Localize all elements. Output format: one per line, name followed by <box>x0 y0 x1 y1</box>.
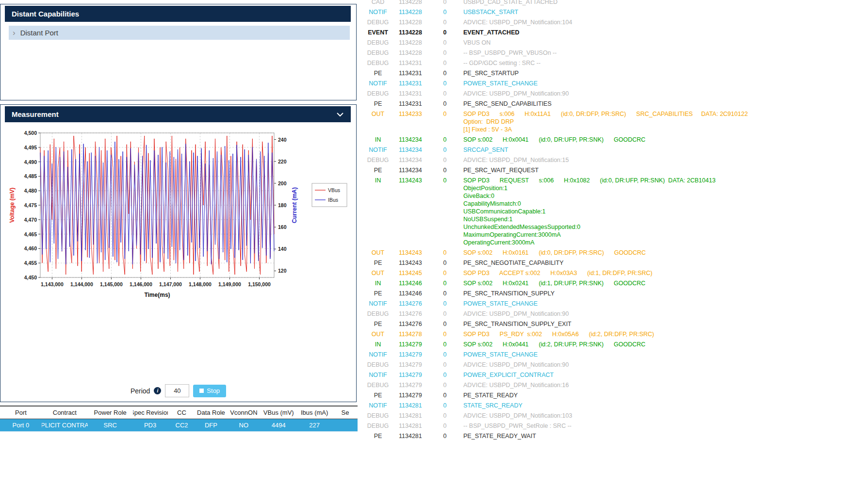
port-table-row[interactable]: Port 0EXPLICIT CONTRACTSRCPD3CC2DFPNO449… <box>0 419 358 432</box>
log-message: SOP PD3 PS_RDY s:002 H:0x05A6 (id:2, DR:… <box>451 330 654 338</box>
log-row[interactable]: NOTIF11342310POWER_STATE_CHANGE <box>363 79 866 89</box>
log-type: IN <box>363 341 393 348</box>
log-row[interactable]: EVENT11342280EVENT_ATTACHED <box>363 28 866 38</box>
log-type: DEBUG <box>363 49 393 57</box>
log-row[interactable]: DEBUG11342810ADVICE: USBPD_DPM_Notificat… <box>363 411 866 421</box>
log-type: DEBUG <box>363 422 393 430</box>
log-row[interactable]: DEBUG11342790ADVICE: USBPD_DPM_Notificat… <box>363 380 866 390</box>
distant-port-row[interactable]: › Distant Port <box>9 26 350 40</box>
log-row[interactable]: DEBUG11342280VBUS ON <box>363 38 866 48</box>
log-timestamp: 1134281 <box>393 402 439 409</box>
log-row[interactable]: DEBUG11342810-- BSP_USBPD_PWR_SetRole : … <box>363 421 866 431</box>
log-type: EVENT <box>363 29 393 36</box>
log-type: IN <box>363 177 393 246</box>
period-input[interactable] <box>165 384 189 397</box>
log-count: 0 <box>439 310 451 318</box>
log-message: -- BSP_USBPD_PWR_VBUSOn -- <box>451 49 556 57</box>
measurement-panel: Measurement 4,4504,4554,4604,4654,4704,4… <box>0 104 357 402</box>
log-row[interactable]: DEBUG11342340ADVICE: USBPD_DPM_Notificat… <box>363 155 866 165</box>
log-timestamp: 1134243 <box>393 177 439 246</box>
port-table-header-cell: CC <box>168 406 196 419</box>
log-message: SOP s:002 H:0x0441 (id:2, DR:UFP, PR:SNK… <box>451 341 645 348</box>
log-timestamp: 1134231 <box>393 100 439 108</box>
log-row[interactable]: DEBUG11342790ADVICE: USBPD_DPM_Notificat… <box>363 360 866 370</box>
svg-text:4,475: 4,475 <box>24 202 37 208</box>
log-type: NOTIF <box>363 80 393 87</box>
log-row[interactable]: NOTIF11342760POWER_STATE_CHANGE <box>363 299 866 309</box>
log-row[interactable]: NOTIF11342280USBSTACK_START <box>363 7 866 17</box>
port-table-header-cell: Power Role <box>88 406 133 419</box>
log-row[interactable]: DEBUG11342280-- BSP_USBPD_PWR_VBUSOn -- <box>363 48 866 58</box>
log-timestamp: 1134245 <box>393 269 439 277</box>
svg-text:4,485: 4,485 <box>24 173 37 179</box>
log-row[interactable]: OUT11342450SOP PD3 ACCEPT s:002 H:0x03A3… <box>363 268 866 278</box>
log-row[interactable]: CAD11342280USBPD_CAD_STATE_ATTACHED <box>363 0 866 7</box>
log-type: NOTIF <box>363 146 393 154</box>
log-timestamp: 1134243 <box>393 259 439 267</box>
log-count: 0 <box>439 371 451 379</box>
log-row[interactable]: PE11342310PE_SRC_SEND_CAPABILITIES <box>363 99 866 109</box>
log-row[interactable]: NOTIF11342340SRCCAP_SENT <box>363 145 866 155</box>
log-row[interactable]: NOTIF11342790POWER_STATE_CHANGE <box>363 350 866 360</box>
voltage-current-chart: 4,4504,4554,4604,4654,4704,4754,4804,485… <box>2 126 349 303</box>
log-count: 0 <box>439 320 451 328</box>
svg-text:220: 220 <box>278 159 287 164</box>
chevron-down-icon[interactable] <box>336 112 344 117</box>
log-message: SOP s:002 H:0x0161 (id:0, DR:DFP, PR:SRC… <box>451 249 646 257</box>
log-count: 0 <box>439 341 451 348</box>
log-message: PE_SRC_STARTUP <box>451 69 519 77</box>
log-type: NOTIF <box>363 300 393 308</box>
log-message: ADVICE: USBPD_DPM_Notification:16 <box>451 381 569 389</box>
log-row[interactable]: PE11342460PE_SRC_TRANSITION_SUPPLY <box>363 289 866 299</box>
svg-text:Current (mA): Current (mA) <box>291 187 298 223</box>
log-row[interactable]: DEBUG11342280ADVICE: USBPD_DPM_Notificat… <box>363 17 866 28</box>
trace-log: CAD11342280USBPD_CAD_STATE_ATTACHEDNOTIF… <box>363 0 866 441</box>
svg-text:IBus: IBus <box>328 197 338 203</box>
svg-text:200: 200 <box>278 180 287 186</box>
log-timestamp: 1134279 <box>393 361 439 369</box>
log-row[interactable]: PE11342430PE_SRC_NEGOTIATE_CAPABILITY <box>363 258 866 268</box>
distant-capabilities-header[interactable]: Distant Capabilities <box>5 6 351 22</box>
port-table-cell: PD3 <box>133 419 168 432</box>
measurement-header[interactable]: Measurement <box>5 106 351 122</box>
log-row[interactable]: OUT11342330SOP PD3 s:006 H:0x11A1 (id:0,… <box>363 109 866 135</box>
log-type: PE <box>363 432 393 440</box>
log-count: 0 <box>439 136 451 144</box>
log-row[interactable]: IN11342460SOP s:002 H:0x0241 (id:1, DR:U… <box>363 278 866 289</box>
svg-text:1,148,000: 1,148,000 <box>189 281 212 287</box>
log-timestamp: 1134279 <box>393 391 439 399</box>
svg-text:4,465: 4,465 <box>24 231 37 237</box>
log-timestamp: 1134231 <box>393 90 439 98</box>
log-count: 0 <box>439 300 451 308</box>
log-count: 0 <box>439 391 451 399</box>
info-icon: i <box>154 387 161 394</box>
log-row[interactable]: DEBUG11342310ADVICE: USBPD_DPM_Notificat… <box>363 89 866 99</box>
log-count: 0 <box>439 156 451 164</box>
log-row[interactable]: PE11342790PE_STATE_READY <box>363 390 866 401</box>
log-type: DEBUG <box>363 156 393 164</box>
log-row[interactable]: PE11342340PE_SRC_WAIT_REQUEST <box>363 165 866 176</box>
log-row[interactable]: DEBUG11342310-- GDP/GDC setting : SRC -- <box>363 58 866 68</box>
log-row[interactable]: NOTIF11342810STATE_SRC_READY <box>363 401 866 411</box>
log-row[interactable]: IN11342430SOP PD3 REQUEST s:006 H:0x1082… <box>363 176 866 248</box>
log-message: POWER_STATE_CHANGE <box>451 80 538 87</box>
stop-button[interactable]: Stop <box>193 385 226 397</box>
log-row[interactable]: NOTIF11342790POWER_EXPLICIT_CONTRACT <box>363 370 866 380</box>
period-controls: Period i Stop <box>0 384 356 397</box>
log-timestamp: 1134279 <box>393 341 439 348</box>
log-row[interactable]: PE11342760PE_SRC_TRANSITION_SUPPLY_EXIT <box>363 319 866 329</box>
svg-text:1,147,000: 1,147,000 <box>159 281 182 287</box>
period-label: Period <box>131 387 150 395</box>
log-row[interactable]: PE11342810PE_STATE_READY_WAIT <box>363 431 866 441</box>
log-row[interactable]: OUT11342780SOP PD3 PS_RDY s:002 H:0x05A6… <box>363 329 866 340</box>
log-row[interactable]: PE11342310PE_SRC_STARTUP <box>363 68 866 79</box>
log-row[interactable]: OUT11342430SOP s:002 H:0x0161 (id:0, DR:… <box>363 248 866 258</box>
log-row[interactable]: IN11342340SOP s:002 H:0x0041 (id:0, DR:U… <box>363 135 866 145</box>
log-message: SOP s:002 H:0x0041 (id:0, DR:UFP, PR:SNK… <box>451 136 645 144</box>
log-type: OUT <box>363 110 393 133</box>
log-message: SOP s:002 H:0x0241 (id:1, DR:UFP, PR:SNK… <box>451 279 645 287</box>
log-count: 0 <box>439 330 451 338</box>
log-type: PE <box>363 290 393 297</box>
log-row[interactable]: DEBUG11342760ADVICE: USBPD_DPM_Notificat… <box>363 309 866 319</box>
log-row[interactable]: IN11342790SOP s:002 H:0x0441 (id:2, DR:U… <box>363 340 866 350</box>
